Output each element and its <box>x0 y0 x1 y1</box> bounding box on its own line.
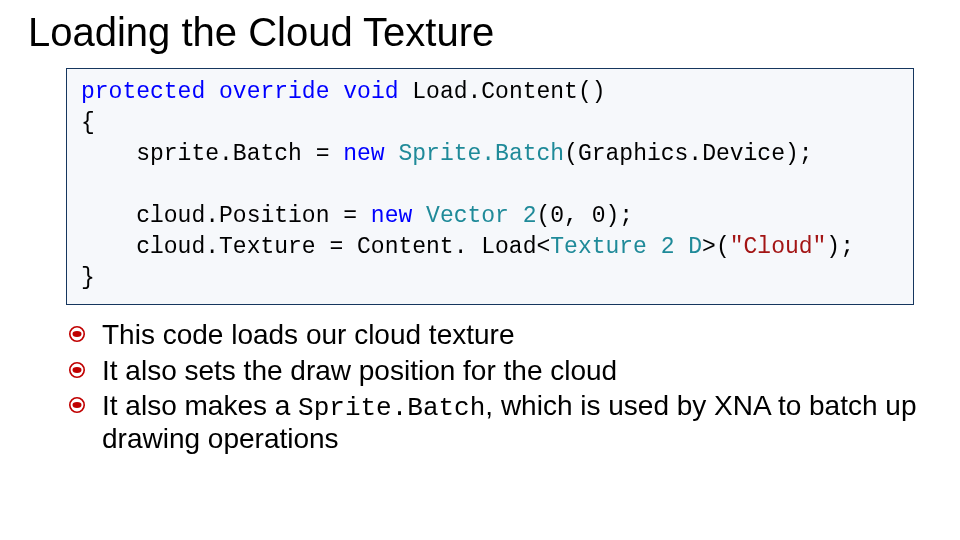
bullet-icon <box>68 361 86 379</box>
code-text: (Graphics.Device); <box>564 141 812 167</box>
code-text: ); <box>826 234 854 260</box>
code-box: protected override void Load.Content() {… <box>66 68 914 305</box>
code-text: { <box>81 110 95 136</box>
bullet-inline-code: Sprite.Batch <box>298 393 485 423</box>
slide: Loading the Cloud Texture protected over… <box>0 0 960 540</box>
slide-title: Loading the Cloud Texture <box>28 10 932 54</box>
bullet-item: This code loads our cloud texture <box>68 319 932 350</box>
code-type: Sprite.Batch <box>398 141 564 167</box>
code-type: Texture 2 D <box>550 234 702 260</box>
code-text: >( <box>702 234 730 260</box>
bullet-text: It also sets the draw position for the c… <box>102 355 617 386</box>
bullet-list: This code loads our cloud texture It als… <box>68 319 932 454</box>
code-text <box>385 141 399 167</box>
bullet-item: It also sets the draw position for the c… <box>68 355 932 386</box>
code-text: cloud.Position = <box>81 203 371 229</box>
code-text: } <box>81 265 95 291</box>
code-kw: override <box>205 79 329 105</box>
code-type: Vector 2 <box>426 203 536 229</box>
code-text: Load.Content() <box>398 79 605 105</box>
bullet-item: It also makes a Sprite.Batch, which is u… <box>68 390 932 454</box>
code-text <box>412 203 426 229</box>
code-kw: new <box>343 141 384 167</box>
code-text: cloud.Texture = Content. Load< <box>81 234 550 260</box>
code-text: sprite.Batch = <box>81 141 343 167</box>
code-text: (0, 0); <box>537 203 634 229</box>
code-string: "Cloud" <box>730 234 827 260</box>
bullet-icon <box>68 396 86 414</box>
code-kw: void <box>329 79 398 105</box>
bullet-icon <box>68 325 86 343</box>
bullet-text: This code loads our cloud texture <box>102 319 514 350</box>
code-kw: new <box>371 203 412 229</box>
code-kw: protected <box>81 79 205 105</box>
bullet-text: It also makes a <box>102 390 298 421</box>
